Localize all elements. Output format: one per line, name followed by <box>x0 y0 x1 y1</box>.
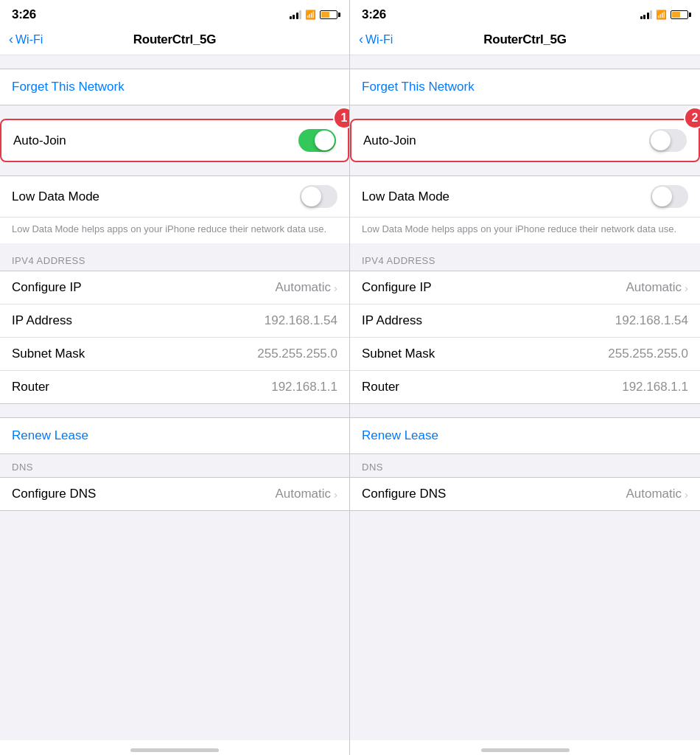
home-indicator-right <box>350 740 700 755</box>
home-indicator-left <box>0 740 349 755</box>
signal-icon-left <box>290 10 302 19</box>
router-row-left: Router 192.168.1.1 <box>0 371 349 403</box>
subnet-mask-label-left: Subnet Mask <box>12 347 85 361</box>
back-label-right: Wi-Fi <box>365 33 393 46</box>
nav-header-left: ‹ Wi-Fi RouterCtrl_5G <box>0 27 349 55</box>
auto-join-label-right: Auto-Join <box>363 133 416 148</box>
router-row-right: Router 192.168.1.1 <box>350 371 700 403</box>
chevron-right-dns-icon-right: › <box>685 488 688 501</box>
nav-header-right: ‹ Wi-Fi RouterCtrl_5G <box>350 27 700 55</box>
dns-header-right: DNS <box>350 454 700 477</box>
ip-address-label-left: IP Address <box>12 313 72 328</box>
ip-address-row-left: IP Address 192.168.1.54 <box>0 305 349 338</box>
chevron-right-icon: › <box>334 282 337 294</box>
low-data-section-right: Low Data Mode Low Data Mode helps apps o… <box>350 175 700 243</box>
configure-dns-label-right: Configure DNS <box>362 487 446 501</box>
configure-ip-label-right: Configure IP <box>362 280 432 295</box>
router-value-right: 192.168.1.1 <box>622 380 688 394</box>
ipv4-header-right: IPV4 ADDRESS <box>350 243 700 271</box>
low-data-mode-row-right: Low Data Mode <box>350 176 700 218</box>
auto-join-wrapper-right: Auto-Join 2 <box>350 119 700 162</box>
status-time-left: 3:26 <box>12 7 36 22</box>
configure-dns-row-left[interactable]: Configure DNS Automatic › <box>0 478 349 510</box>
right-panel: 3:26 📶 ‹ Wi-Fi RouterCtrl_5G Forget This <box>350 0 700 755</box>
auto-join-wrapper-left: Auto-Join 1 <box>0 119 349 162</box>
nav-title-right: RouterCtrl_5G <box>483 32 566 47</box>
chevron-left-icon-right: ‹ <box>359 32 363 47</box>
configure-ip-row-right[interactable]: Configure IP Automatic › <box>350 271 700 305</box>
status-icons-right: 📶 <box>640 10 689 20</box>
status-bar-left: 3:26 📶 <box>0 0 349 27</box>
status-bar-right: 3:26 📶 <box>350 0 700 27</box>
auto-join-toggle-left[interactable] <box>298 129 336 152</box>
content-right: Forget This Network Auto-Join 2 Low Data… <box>350 55 700 740</box>
subnet-mask-label-right: Subnet Mask <box>362 347 435 361</box>
signal-icon-right <box>640 10 653 19</box>
forget-network-group-left: Forget This Network <box>0 69 349 105</box>
renew-lease-group-left: Renew Lease <box>0 417 349 454</box>
renew-lease-group-right: Renew Lease <box>350 417 700 454</box>
subnet-mask-value-left: 255.255.255.0 <box>257 347 337 361</box>
subnet-mask-row-left: Subnet Mask 255.255.255.0 <box>0 338 349 371</box>
auto-join-toggle-right[interactable] <box>649 129 687 152</box>
low-data-description-left: Low Data Mode helps apps on your iPhone … <box>0 218 349 243</box>
step-badge-2: 2 <box>684 107 700 129</box>
dns-group-right: Configure DNS Automatic › <box>350 477 700 511</box>
ipv4-group-left: Configure IP Automatic › IP Address 192.… <box>0 271 349 404</box>
wifi-icon-left: 📶 <box>305 10 316 20</box>
chevron-left-icon: ‹ <box>9 32 13 47</box>
status-time-right: 3:26 <box>362 7 386 22</box>
low-data-label-left: Low Data Mode <box>12 189 99 204</box>
ipv4-group-right: Configure IP Automatic › IP Address 192.… <box>350 271 700 404</box>
auto-join-row-left: Auto-Join 1 <box>0 119 349 162</box>
step-badge-1: 1 <box>333 107 349 129</box>
nav-title-left: RouterCtrl_5G <box>133 32 216 47</box>
chevron-right-icon-right: › <box>685 282 688 294</box>
configure-dns-label-left: Configure DNS <box>12 487 96 501</box>
back-label-left: Wi-Fi <box>15 33 43 46</box>
subnet-mask-value-right: 255.255.255.0 <box>608 347 688 361</box>
configure-dns-value-right: Automatic › <box>626 487 688 501</box>
battery-icon-left <box>320 10 337 19</box>
low-data-toggle-left[interactable] <box>300 185 337 208</box>
subnet-mask-row-right: Subnet Mask 255.255.255.0 <box>350 338 700 371</box>
auto-join-row-right: Auto-Join 2 <box>350 119 700 162</box>
low-data-description-right: Low Data Mode helps apps on your iPhone … <box>350 218 700 243</box>
forget-network-button-right[interactable]: Forget This Network <box>350 69 700 105</box>
wifi-icon-right: 📶 <box>656 10 667 20</box>
ip-address-value-right: 192.168.1.54 <box>615 313 688 328</box>
low-data-label-right: Low Data Mode <box>362 189 449 204</box>
router-label-right: Router <box>362 380 399 394</box>
content-left: Forget This Network Auto-Join 1 Low Data… <box>0 55 349 740</box>
dns-header-left: DNS <box>0 454 349 477</box>
left-panel: 3:26 📶 ‹ Wi-Fi RouterCtrl_5G Forget This <box>0 0 350 755</box>
low-data-toggle-right[interactable] <box>651 185 688 208</box>
chevron-right-dns-icon: › <box>334 488 337 501</box>
ip-address-row-right: IP Address 192.168.1.54 <box>350 305 700 338</box>
configure-ip-label-left: Configure IP <box>12 280 82 295</box>
configure-dns-value-left: Automatic › <box>275 487 337 501</box>
configure-ip-row-left[interactable]: Configure IP Automatic › <box>0 271 349 305</box>
dns-group-left: Configure DNS Automatic › <box>0 477 349 511</box>
renew-lease-button-right[interactable]: Renew Lease <box>350 418 700 453</box>
configure-ip-value-left: Automatic › <box>275 280 337 295</box>
router-value-left: 192.168.1.1 <box>271 380 337 394</box>
low-data-mode-row-left: Low Data Mode <box>0 176 349 218</box>
forget-network-group-right: Forget This Network <box>350 69 700 105</box>
back-button-left[interactable]: ‹ Wi-Fi <box>9 32 43 47</box>
ip-address-value-left: 192.168.1.54 <box>265 313 337 328</box>
ipv4-header-left: IPV4 ADDRESS <box>0 243 349 271</box>
battery-icon-right <box>671 10 688 19</box>
renew-lease-button-left[interactable]: Renew Lease <box>0 418 349 453</box>
forget-network-button-left[interactable]: Forget This Network <box>0 69 349 105</box>
low-data-section-left: Low Data Mode Low Data Mode helps apps o… <box>0 175 349 243</box>
ip-address-label-right: IP Address <box>362 313 422 328</box>
configure-ip-value-right: Automatic › <box>626 280 688 295</box>
router-label-left: Router <box>12 380 49 394</box>
configure-dns-row-right[interactable]: Configure DNS Automatic › <box>350 478 700 510</box>
back-button-right[interactable]: ‹ Wi-Fi <box>359 32 393 47</box>
status-icons-left: 📶 <box>290 10 338 20</box>
auto-join-label-left: Auto-Join <box>13 133 66 148</box>
